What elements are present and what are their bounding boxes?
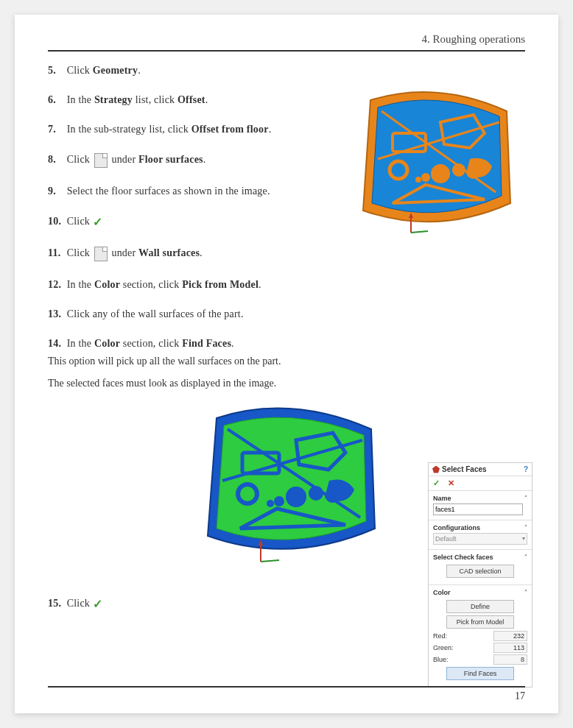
ok-button[interactable]: ✓ bbox=[433, 478, 440, 487]
svg-point-4 bbox=[421, 173, 430, 182]
page-header: 4. Roughing operations bbox=[48, 33, 525, 52]
section-title-name[interactable]: Name ˄ bbox=[433, 493, 527, 503]
panel-section-color: Color ˄ Define Pick from Model Red: 232 … bbox=[429, 585, 532, 687]
help-icon[interactable]: ? bbox=[524, 465, 528, 473]
color-row-red: Red: 232 bbox=[433, 631, 527, 641]
svg-point-5 bbox=[415, 177, 421, 183]
model-svg-1 bbox=[341, 85, 525, 247]
app-logo-icon bbox=[432, 466, 440, 473]
step-text: Click bbox=[67, 65, 93, 76]
step-number: 12. bbox=[48, 279, 64, 291]
svg-point-2 bbox=[431, 164, 450, 183]
panel-section-checkfaces: Select Check faces ˄ CAD selection bbox=[429, 550, 532, 585]
chevron-up-icon: ˄ bbox=[524, 554, 527, 561]
step-11: 11. Click under Wall surfaces. bbox=[48, 247, 525, 261]
step-number: 5. bbox=[48, 65, 64, 77]
step-number: 13. bbox=[48, 308, 64, 320]
panel-section-config: Configurations ˄ Default ▾ bbox=[429, 520, 532, 550]
step-number: 14. bbox=[48, 338, 64, 350]
pick-from-model-button[interactable]: Pick from Model bbox=[446, 615, 514, 629]
content-area: 5. Click Geometry. 6. In the Strategy li… bbox=[48, 65, 525, 611]
config-select[interactable]: Default ▾ bbox=[433, 533, 527, 545]
panel-header: Select Faces ? bbox=[429, 463, 532, 476]
panel-section-name: Name ˄ bbox=[429, 491, 532, 520]
chevron-up-icon: ˄ bbox=[524, 524, 527, 531]
chevron-down-icon: ▾ bbox=[522, 535, 525, 542]
step-number: 8. bbox=[48, 154, 64, 166]
page-footer: 17 bbox=[48, 686, 525, 702]
step-number: 11. bbox=[48, 247, 64, 259]
green-value[interactable]: 113 bbox=[493, 643, 527, 653]
page-number: 17 bbox=[515, 690, 525, 702]
check-icon: ✓ bbox=[93, 215, 102, 229]
step-12: 12. In the Color section, click Pick fro… bbox=[48, 279, 525, 291]
svg-point-13 bbox=[274, 496, 284, 506]
file-icon bbox=[94, 247, 108, 261]
chevron-up-icon: ˄ bbox=[524, 495, 527, 502]
red-label: Red: bbox=[433, 632, 447, 640]
step-number: 9. bbox=[48, 185, 64, 197]
svg-point-11 bbox=[286, 487, 306, 507]
cancel-button[interactable]: ✕ bbox=[448, 478, 454, 487]
section-title: 4. Roughing operations bbox=[422, 33, 525, 45]
blue-label: Blue: bbox=[433, 656, 449, 663]
cad-selection-button[interactable]: CAD selection bbox=[446, 565, 514, 578]
green-label: Green: bbox=[433, 644, 454, 651]
step-number: 15. bbox=[48, 598, 64, 609]
model-image-floor-surfaces bbox=[341, 85, 525, 247]
select-faces-panel: Select Faces ? ✓ ✕ Name ˄ Configurations… bbox=[428, 462, 532, 688]
model-image-wall-surfaces bbox=[180, 400, 393, 576]
panel-title: Select Faces bbox=[442, 465, 524, 473]
svg-line-8 bbox=[411, 231, 428, 233]
step-5: 5. Click Geometry. bbox=[48, 65, 525, 77]
chevron-up-icon: ˄ bbox=[524, 589, 527, 596]
red-value[interactable]: 232 bbox=[493, 631, 527, 641]
file-icon bbox=[94, 153, 108, 168]
step-14: 14. In the Color section, click Find Fac… bbox=[48, 338, 525, 350]
section-title-color[interactable]: Color ˄ bbox=[433, 587, 527, 598]
check-icon: ✓ bbox=[93, 597, 102, 611]
panel-toolbar: ✓ ✕ bbox=[429, 476, 532, 491]
model-svg-2 bbox=[180, 400, 393, 576]
blue-value[interactable]: 8 bbox=[493, 654, 527, 665]
step-number: 7. bbox=[48, 124, 64, 135]
svg-point-14 bbox=[267, 500, 274, 507]
step-number: 10. bbox=[48, 216, 64, 227]
section-title-config[interactable]: Configurations ˄ bbox=[433, 523, 527, 533]
define-button[interactable]: Define bbox=[446, 600, 514, 613]
svg-line-17 bbox=[261, 560, 279, 562]
step-number: 6. bbox=[48, 94, 64, 106]
color-row-green: Green: 113 bbox=[433, 643, 527, 653]
description-line-2: The selected faces must look as displaye… bbox=[48, 378, 525, 389]
description-line-1: This option will pick up all the wall su… bbox=[48, 356, 525, 367]
find-faces-button[interactable]: Find Faces bbox=[446, 667, 514, 680]
section-title-checkfaces[interactable]: Select Check faces ˄ bbox=[433, 552, 527, 562]
color-row-blue: Blue: 8 bbox=[433, 654, 527, 665]
step-13: 13. Click any of the wall surfaces of th… bbox=[48, 308, 525, 320]
name-input[interactable] bbox=[433, 503, 523, 515]
step-bold: Geometry bbox=[93, 65, 138, 76]
document-page: 4. Roughing operations bbox=[15, 15, 558, 713]
